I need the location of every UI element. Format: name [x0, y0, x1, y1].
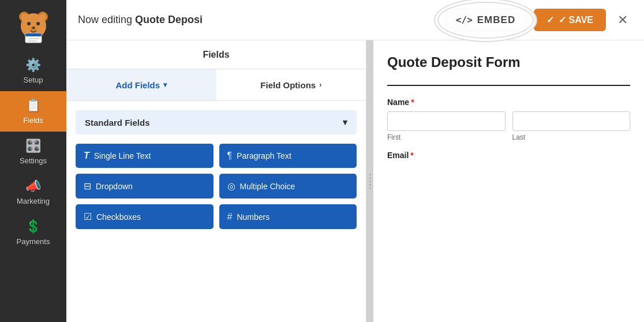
sidebar-item-setup[interactable]: ⚙️ Setup — [0, 51, 66, 91]
topbar-title: Now editing Quote Deposi — [78, 14, 203, 26]
tab-add-fields-label: Add Fields — [115, 80, 160, 90]
sidebar-item-fields[interactable]: 📋 Fields — [0, 91, 66, 132]
form-sublabel-last: Last — [512, 133, 631, 141]
sidebar-item-settings[interactable]: 🎛️ Settings — [0, 132, 66, 172]
form-label-name: Name * — [387, 98, 630, 107]
dropdown-label: Dropdown — [96, 182, 133, 191]
svg-point-5 — [27, 22, 31, 25]
form-sublabel-first: First — [387, 133, 506, 141]
embed-button[interactable]: </> EMBED — [444, 9, 527, 32]
embed-button-wrapper: </> EMBED — [444, 9, 527, 32]
payments-icon: 💲 — [25, 219, 41, 234]
form-divider — [387, 85, 630, 86]
sidebar-item-settings-label: Settings — [20, 156, 47, 165]
form-preview-title: Quote Deposit Form — [387, 54, 630, 71]
single-line-text-icon: T — [84, 151, 89, 161]
numbers-icon: # — [227, 212, 233, 222]
marketing-icon: 📣 — [25, 179, 41, 194]
paragraph-text-icon: ¶ — [227, 151, 233, 161]
sidebar-item-marketing[interactable]: 📣 Marketing — [0, 172, 66, 212]
svg-point-6 — [36, 22, 40, 25]
form-input-first-name[interactable] — [387, 111, 506, 131]
topbar: Now editing Quote Deposi </> EMBED ✓ ✓ S… — [66, 0, 644, 40]
embed-icon: </> — [456, 14, 473, 25]
save-label: ✓ SAVE — [559, 14, 593, 25]
sidebar-item-setup-label: Setup — [24, 76, 43, 84]
tab-add-fields[interactable]: Add Fields ▾ — [66, 69, 216, 100]
sidebar: ⚙️ Setup 📋 Fields 🎛️ Settings 📣 Marketin… — [0, 0, 66, 322]
settings-icon: 🎛️ — [25, 138, 41, 153]
setup-icon: ⚙️ — [25, 58, 41, 73]
save-check-icon: ✓ — [546, 14, 554, 25]
save-button[interactable]: ✓ ✓ SAVE — [534, 9, 606, 31]
sidebar-item-marketing-label: Marketing — [17, 197, 50, 205]
embed-label: EMBED — [477, 14, 515, 26]
panel-resize-handle[interactable] — [366, 40, 373, 322]
fields-panel: Fields Add Fields ▾ Field Options › Stan… — [66, 40, 366, 322]
fields-body: Standard Fields ▾ T Single Line Text ¶ P… — [66, 101, 366, 322]
form-label-email: Email * — [387, 151, 630, 160]
main-area: Now editing Quote Deposi </> EMBED ✓ ✓ S… — [66, 0, 644, 322]
tab-field-options[interactable]: Field Options › — [216, 69, 366, 100]
standard-fields-section[interactable]: Standard Fields ▾ — [76, 110, 357, 134]
sidebar-item-payments-label: Payments — [17, 237, 50, 246]
standard-fields-chevron: ▾ — [343, 117, 347, 128]
content-area: Fields Add Fields ▾ Field Options › Stan… — [66, 40, 644, 322]
field-btn-multiple-choice[interactable]: ◎ Multiple Choice — [219, 174, 357, 199]
close-button[interactable]: ✕ — [613, 10, 632, 30]
svg-point-8 — [32, 27, 35, 29]
topbar-actions: </> EMBED ✓ ✓ SAVE ✕ — [444, 9, 632, 32]
sidebar-item-payments[interactable]: 💲 Payments — [0, 212, 66, 253]
field-btn-numbers[interactable]: # Numbers — [219, 204, 357, 229]
form-name-inputs-row: First Last — [387, 111, 630, 141]
multiple-choice-icon: ◎ — [227, 181, 235, 192]
form-required-email: * — [410, 151, 413, 160]
form-field-name: Name * First Last — [387, 98, 630, 141]
fields-panel-header: Fields — [66, 40, 366, 69]
fields-panel-tabs: Add Fields ▾ Field Options › — [66, 69, 366, 101]
app-logo — [13, 6, 54, 46]
checkboxes-label: Checkboxes — [96, 212, 141, 222]
single-line-text-label: Single Line Text — [94, 151, 151, 160]
tab-add-fields-chevron: ▾ — [163, 81, 167, 89]
standard-fields-label: Standard Fields — [85, 118, 150, 128]
paragraph-text-label: Paragraph Text — [237, 151, 291, 160]
tab-field-options-label: Field Options — [260, 80, 316, 90]
field-btn-dropdown[interactable]: ⊟ Dropdown — [76, 174, 214, 199]
fields-grid: T Single Line Text ¶ Paragraph Text ⊟ Dr… — [76, 141, 357, 231]
form-field-email: Email * — [387, 151, 630, 160]
svg-rect-10 — [25, 33, 42, 36]
form-required-name: * — [411, 98, 414, 107]
close-icon: ✕ — [617, 13, 628, 27]
tab-field-options-chevron: › — [319, 81, 321, 89]
checkboxes-icon: ☑ — [84, 211, 92, 222]
multiple-choice-label: Multiple Choice — [240, 182, 295, 191]
field-btn-single-line-text[interactable]: T Single Line Text — [76, 144, 214, 168]
dropdown-icon: ⊟ — [84, 181, 91, 192]
field-btn-paragraph-text[interactable]: ¶ Paragraph Text — [219, 144, 357, 168]
field-btn-checkboxes[interactable]: ☑ Checkboxes — [76, 204, 214, 229]
form-input-last-name[interactable] — [512, 111, 631, 131]
fields-icon: 📋 — [25, 98, 41, 113]
numbers-label: Numbers — [237, 212, 269, 222]
sidebar-item-fields-label: Fields — [23, 116, 43, 125]
preview-panel: Quote Deposit Form Name * First Last — [373, 40, 644, 322]
